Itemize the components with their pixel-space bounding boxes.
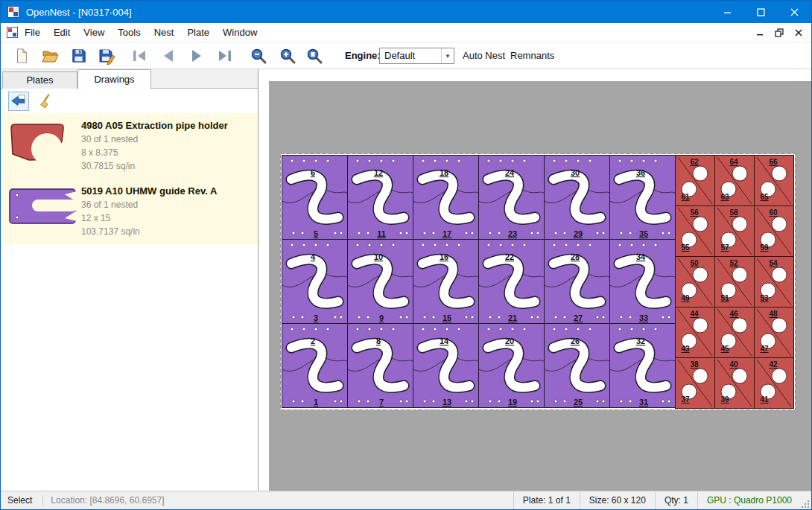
svg-text:25: 25 — [574, 398, 583, 407]
red-part-pair[interactable]: 5857 — [715, 206, 755, 257]
drawing-list-item[interactable]: 5019 A10 UHMW guide Rev. A 36 of 1 neste… — [1, 179, 258, 244]
red-part-pair[interactable]: 6665 — [755, 156, 794, 206]
drawing-title: 4980 A05 Extraction pipe holder — [81, 120, 252, 131]
svg-text:61: 61 — [681, 193, 690, 201]
purple-part-pair[interactable]: 21 — [282, 324, 348, 408]
red-part-pair[interactable]: 4847 — [755, 307, 794, 358]
menu-plate[interactable]: Plate — [180, 24, 216, 41]
purple-part-pair[interactable]: 3029 — [544, 156, 610, 240]
svg-text:18: 18 — [440, 168, 448, 177]
zoom-in-button[interactable] — [277, 46, 298, 66]
previous-plate-button[interactable] — [158, 46, 179, 66]
extraction-pipe-holder-shape-icon — [8, 121, 68, 163]
menu-window[interactable]: Window — [216, 24, 264, 41]
svg-text:45: 45 — [720, 345, 729, 353]
status-gpu: GPU : Quadro P1000 — [697, 491, 801, 509]
red-part-pair[interactable]: 6059 — [755, 206, 794, 257]
close-button[interactable] — [778, 1, 811, 23]
red-part-pair[interactable]: 4241 — [755, 358, 794, 409]
menu-view[interactable]: View — [77, 24, 111, 41]
purple-part-pair[interactable]: 109 — [347, 240, 413, 324]
purple-part-pair[interactable]: 1817 — [413, 156, 479, 240]
red-part-pair[interactable]: 4039 — [715, 358, 755, 409]
save-button[interactable] — [69, 46, 89, 66]
red-part-pair[interactable]: 5453 — [755, 257, 794, 307]
red-part-pair[interactable]: 6261 — [676, 156, 715, 206]
mdi-restore-button[interactable] — [770, 25, 789, 40]
svg-text:63: 63 — [720, 193, 729, 201]
mdi-minimize-button[interactable] — [750, 25, 770, 40]
purple-part-pair[interactable]: 2221 — [478, 240, 545, 324]
purple-part-pair[interactable]: 87 — [347, 324, 413, 408]
red-part-pair[interactable]: 4645 — [715, 307, 755, 358]
purple-part-pair[interactable]: 65 — [282, 156, 348, 240]
drawing-list-item[interactable]: 4980 A05 Extraction pipe holder 30 of 1 … — [1, 113, 258, 179]
new-file-button[interactable] — [11, 46, 32, 66]
red-part-pair[interactable]: 4443 — [676, 307, 715, 358]
minimize-icon — [723, 8, 732, 16]
open-file-button[interactable] — [39, 46, 60, 66]
purple-part-pair[interactable]: 1211 — [347, 156, 413, 240]
next-plate-button[interactable] — [186, 46, 207, 66]
svg-text:9: 9 — [379, 313, 384, 322]
svg-text:62: 62 — [690, 158, 699, 166]
engine-select[interactable]: Default ▾ — [379, 48, 454, 64]
purple-part-pair[interactable]: 3635 — [609, 156, 676, 240]
save-as-icon — [98, 47, 116, 65]
svg-text:35: 35 — [639, 229, 648, 238]
mdi-close-button[interactable] — [789, 25, 808, 40]
resize-grip[interactable] — [801, 491, 811, 510]
menu-file[interactable]: File — [18, 24, 47, 41]
svg-text:2: 2 — [311, 337, 315, 345]
mdi-restore-icon — [775, 28, 784, 37]
menu-nest[interactable]: Nest — [148, 24, 181, 41]
red-part-pair[interactable]: 6463 — [715, 156, 755, 206]
mdi-child-icon — [7, 27, 18, 38]
svg-text:36: 36 — [636, 168, 645, 177]
menu-tools[interactable]: Tools — [111, 24, 147, 41]
minimize-button[interactable] — [711, 1, 744, 23]
status-qty: Qty: 1 — [655, 491, 697, 509]
first-plate-button[interactable] — [129, 46, 150, 66]
tab-plates[interactable]: Plates — [2, 71, 77, 89]
zoom-out-button[interactable] — [248, 46, 269, 66]
purple-part-pair[interactable]: 3433 — [609, 240, 676, 324]
svg-text:55: 55 — [681, 243, 690, 252]
purple-part-pair[interactable]: 2625 — [544, 324, 610, 408]
svg-text:21: 21 — [508, 313, 517, 322]
broom-icon — [39, 93, 55, 109]
purple-part-pair[interactable]: 1615 — [413, 240, 479, 324]
svg-text:5: 5 — [314, 229, 318, 238]
tab-drawings[interactable]: Drawings — [77, 69, 151, 89]
red-part-pair[interactable]: 5655 — [676, 206, 715, 257]
purple-part-pair[interactable]: 1413 — [413, 324, 479, 408]
import-drawing-button[interactable] — [8, 92, 29, 111]
purple-part-pair[interactable]: 2019 — [478, 324, 545, 408]
purple-part-pair[interactable]: 2423 — [478, 156, 545, 240]
engine-label: Engine: — [345, 42, 381, 69]
last-plate-button[interactable] — [215, 46, 235, 66]
nest-canvas[interactable]: 6512111817242330293635431091615222128273… — [258, 69, 811, 491]
red-part-pair[interactable]: 5049 — [676, 257, 715, 307]
maximize-button[interactable] — [744, 1, 778, 23]
menu-edit[interactable]: Edit — [47, 24, 77, 41]
cleanup-button[interactable] — [37, 92, 57, 111]
purple-part-pair[interactable]: 2827 — [544, 240, 610, 324]
remnants-button[interactable]: Remnants — [510, 42, 554, 69]
svg-text:39: 39 — [720, 395, 729, 404]
purple-part-pair[interactable]: 43 — [282, 240, 348, 324]
svg-text:66: 66 — [769, 158, 778, 166]
auto-nest-button[interactable]: Auto Nest — [463, 42, 505, 69]
titlebar: OpenNest - [N0317-004] — [1, 1, 811, 23]
new-file-icon — [13, 48, 30, 64]
previous-arrow-icon — [159, 47, 177, 65]
red-part-pair[interactable]: 5251 — [715, 257, 755, 307]
nest-plate[interactable]: 6512111817242330293635431091615222128273… — [280, 153, 796, 410]
svg-text:6: 6 — [311, 168, 315, 177]
svg-text:50: 50 — [690, 259, 699, 267]
red-part-pair[interactable]: 3837 — [676, 358, 715, 409]
zoom-fit-button[interactable] — [304, 46, 325, 66]
purple-part-pair[interactable]: 3231 — [609, 324, 676, 408]
save-as-button[interactable] — [97, 46, 118, 66]
maximize-icon — [757, 8, 765, 16]
